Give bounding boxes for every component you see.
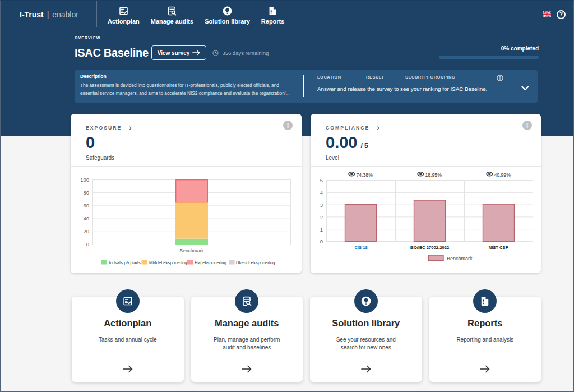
- svg-text:0: 0: [320, 238, 323, 245]
- svg-text:100: 100: [80, 177, 89, 183]
- svg-text:5: 5: [320, 177, 323, 183]
- svg-text:80: 80: [83, 190, 89, 196]
- svg-text:3: 3: [320, 202, 323, 208]
- svg-text:Ukendt eksponering: Ukendt eksponering: [236, 260, 275, 265]
- svg-text:20: 20: [83, 228, 89, 234]
- svg-text:Middel eksponering: Middel eksponering: [149, 260, 187, 265]
- svg-text:40.99%: 40.99%: [494, 172, 511, 178]
- svg-text:NIST CSF: NIST CSF: [489, 245, 508, 250]
- svg-text:ISO/IEC 27002:2022: ISO/IEC 27002:2022: [410, 245, 450, 250]
- svg-text:0: 0: [86, 241, 89, 247]
- svg-text:Indsats på plads: Indsats på plads: [109, 260, 141, 265]
- svg-text:18.95%: 18.95%: [425, 172, 442, 178]
- svg-text:40: 40: [83, 215, 89, 222]
- svg-text:Benchmark: Benchmark: [447, 256, 473, 261]
- svg-text:CIS 18: CIS 18: [354, 245, 367, 250]
- svg-text:60: 60: [83, 202, 89, 209]
- svg-text:2: 2: [320, 214, 323, 220]
- svg-text:1: 1: [320, 227, 323, 233]
- svg-text:74.38%: 74.38%: [356, 172, 373, 178]
- svg-text:4: 4: [320, 190, 323, 196]
- svg-text:Benchmark: Benchmark: [180, 248, 205, 253]
- svg-text:Høj eksponering: Høj eksponering: [195, 260, 226, 265]
